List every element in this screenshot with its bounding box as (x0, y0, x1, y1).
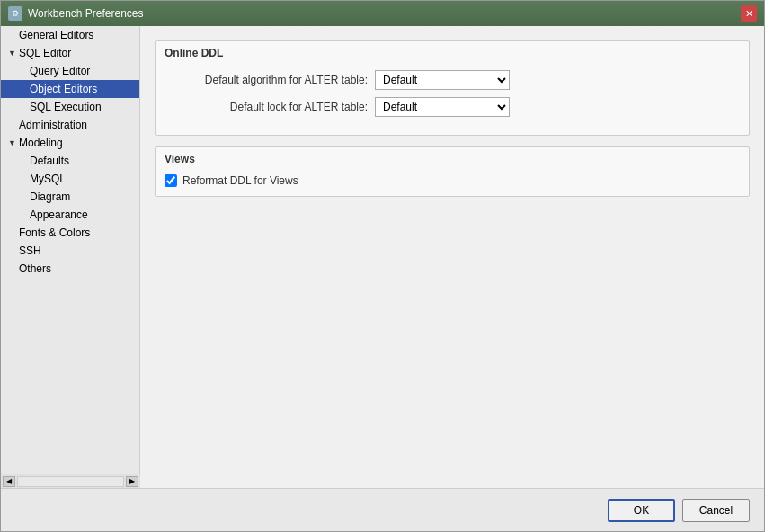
lock-row: Default lock for ALTER table: DefaultNon… (170, 97, 734, 117)
reformat-ddl-row: Reformat DDL for Views (156, 169, 749, 196)
sidebar-item-sql-execution[interactable]: SQL Execution (1, 98, 139, 116)
sidebar-label-defaults: Defaults (30, 155, 69, 167)
online-ddl-title: Online DDL (156, 41, 749, 63)
sidebar-label-others: Others (19, 262, 51, 275)
title-bar: ⚙ Workbench Preferences ✕ (1, 1, 764, 26)
algorithm-label: Default algorithm for ALTER table: (170, 74, 368, 86)
sidebar-item-diagram[interactable]: Diagram (1, 188, 139, 206)
content-area: General Editors▼SQL EditorQuery EditorOb… (1, 26, 764, 474)
reformat-ddl-checkbox[interactable] (165, 174, 177, 187)
sidebar-label-appearance: Appearance (30, 208, 88, 221)
algorithm-row: Default algorithm for ALTER table: Defau… (170, 70, 734, 90)
sidebar: General Editors▼SQL EditorQuery EditorOb… (1, 26, 140, 474)
sidebar-item-appearance[interactable]: Appearance (1, 206, 139, 224)
sidebar-label-query-editor: Query Editor (30, 65, 90, 77)
sidebar-item-sql-editor[interactable]: ▼SQL Editor (1, 44, 139, 62)
cancel-button[interactable]: Cancel (682, 499, 750, 522)
scroll-right-btn[interactable]: ▶ (126, 476, 138, 487)
window-title: Workbench Preferences (28, 7, 144, 20)
window-icon: ⚙ (8, 6, 22, 21)
online-ddl-content: Default algorithm for ALTER table: Defau… (156, 63, 749, 135)
sidebar-item-modeling[interactable]: ▼Modeling (1, 134, 139, 152)
views-title: Views (156, 147, 749, 169)
ok-button[interactable]: OK (608, 499, 675, 522)
algorithm-select[interactable]: DefaultIn PlaceCopy (375, 70, 510, 90)
views-section: Views Reformat DDL for Views (155, 146, 750, 197)
modeling-triangle-icon: ▼ (8, 138, 17, 147)
footer: OK Cancel (1, 488, 764, 531)
main-panel: Online DDL Default algorithm for ALTER t… (140, 26, 764, 474)
sidebar-label-mysql: MySQL (30, 173, 66, 185)
sidebar-item-mysql[interactable]: MySQL (1, 170, 139, 188)
sidebar-label-fonts-colors: Fonts & Colors (19, 226, 90, 239)
online-ddl-section: Online DDL Default algorithm for ALTER t… (155, 40, 750, 136)
sidebar-item-others[interactable]: Others (1, 260, 139, 278)
sidebar-label-sql-execution: SQL Execution (30, 101, 102, 113)
sidebar-item-ssh[interactable]: SSH (1, 242, 139, 260)
sidebar-label-general-editors: General Editors (19, 29, 93, 41)
scroll-left-btn[interactable]: ◀ (3, 476, 15, 487)
sidebar-item-object-editors[interactable]: Object Editors (1, 80, 139, 98)
sidebar-item-query-editor[interactable]: Query Editor (1, 62, 139, 80)
close-button[interactable]: ✕ (741, 5, 757, 22)
sidebar-item-defaults[interactable]: Defaults (1, 152, 139, 170)
sidebar-item-administration[interactable]: Administration (1, 116, 139, 134)
reformat-ddl-label: Reformat DDL for Views (182, 174, 298, 187)
sidebar-item-fonts-colors[interactable]: Fonts & Colors (1, 224, 139, 242)
lock-select[interactable]: DefaultNoneSharedExclusive (375, 97, 510, 117)
sidebar-label-administration: Administration (19, 119, 87, 131)
sidebar-label-sql-editor: SQL Editor (19, 47, 71, 59)
sidebar-scrollbar[interactable]: ◀ ▶ (1, 474, 140, 488)
sidebar-item-general-editors[interactable]: General Editors (1, 26, 139, 44)
sidebar-label-modeling: Modeling (19, 137, 63, 149)
sidebar-label-diagram: Diagram (30, 191, 70, 203)
main-window: ⚙ Workbench Preferences ✕ General Editor… (0, 0, 765, 532)
title-bar-left: ⚙ Workbench Preferences (8, 6, 144, 21)
sql-editor-triangle-icon: ▼ (8, 49, 17, 58)
sidebar-label-object-editors: Object Editors (30, 83, 97, 95)
sidebar-label-ssh: SSH (19, 244, 41, 257)
scroll-track (17, 476, 124, 487)
lock-label: Default lock for ALTER table: (170, 101, 368, 113)
